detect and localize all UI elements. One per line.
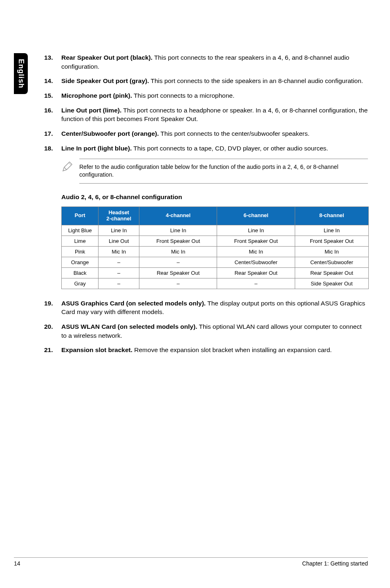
cell: Line Out (99, 236, 139, 246)
item-rest: Remove the expansion slot bracket when i… (132, 346, 332, 353)
list-item: 17.Center/Subwoofer port (orange). This … (44, 129, 368, 138)
page-footer: 14 Chapter 1: Getting started (14, 557, 368, 567)
cell: Lime (62, 236, 99, 246)
cell: Mic In (99, 246, 139, 257)
item-body: ASUS WLAN Card (on selected models only)… (61, 322, 368, 340)
note-block: Refer to the audio configuration table b… (61, 159, 368, 184)
item-bold: Expansion slot bracket. (61, 346, 132, 353)
cell: Front Speaker Out (139, 236, 217, 246)
item-rest: This port connects to the center/subwoof… (159, 130, 309, 137)
list-block-2: 19.ASUS Graphics Card (on selected model… (44, 299, 368, 355)
th-4ch: 4-channel (139, 206, 217, 225)
cell: Rear Speaker Out (139, 267, 217, 278)
item-body: Microphone port (pink). This port connec… (61, 91, 368, 100)
item-body: ASUS Graphics Card (on selected models o… (61, 299, 368, 316)
list-item: 18.Line In port (light blue). This port … (44, 144, 368, 153)
cell: Line In (295, 225, 368, 236)
item-number: 15. (44, 91, 61, 100)
page-content: 13.Rear Speaker Out port (black). This p… (44, 53, 368, 360)
table-row: Black–Rear Speaker OutRear Speaker OutRe… (62, 267, 369, 278)
cell: Rear Speaker Out (217, 267, 295, 278)
item-bold: ASUS Graphics Card (on selected models o… (61, 300, 206, 307)
cell: – (99, 278, 139, 289)
svg-line-0 (64, 167, 67, 170)
list-item: 21.Expansion slot bracket. Remove the ex… (44, 346, 368, 355)
page-number: 14 (14, 560, 20, 567)
cell: – (139, 278, 217, 289)
list-item: 16.Line Out port (lime). This port conne… (44, 106, 368, 123)
item-number: 19. (44, 299, 61, 316)
chapter-title: Chapter 1: Getting started (302, 560, 368, 567)
item-rest: This port connects to a microphone. (132, 92, 234, 99)
audio-config-table: Port Headset 2-channel 4-channel 6-chann… (61, 206, 369, 289)
th-8ch: 8-channel (295, 206, 368, 225)
cell: Black (62, 267, 99, 278)
item-rest: This port connects to the side speakers … (149, 77, 363, 84)
item-bold: ASUS WLAN Card (on selected models only)… (61, 323, 197, 330)
table-row: Orange––Center/SubwooferCenter/Subwoofer (62, 257, 369, 267)
item-number: 14. (44, 76, 61, 85)
cell: Gray (62, 278, 99, 289)
cell: Mic In (217, 246, 295, 257)
list-item: 14.Side Speaker Out port (gray). This po… (44, 76, 368, 85)
cell: Line In (99, 225, 139, 236)
cell: Mic In (295, 246, 368, 257)
item-number: 17. (44, 129, 61, 138)
cell: Mic In (139, 246, 217, 257)
list-item: 19.ASUS Graphics Card (on selected model… (44, 299, 368, 316)
item-body: Expansion slot bracket. Remove the expan… (61, 346, 368, 355)
table-row: PinkMic InMic InMic InMic In (62, 246, 369, 257)
cell: Line In (217, 225, 295, 236)
item-body: Line In port (light blue). This port con… (61, 144, 368, 153)
item-body: Side Speaker Out port (gray). This port … (61, 76, 368, 85)
item-bold: Microphone port (pink). (61, 92, 132, 99)
item-number: 18. (44, 144, 61, 153)
item-number: 16. (44, 106, 61, 123)
item-number: 13. (44, 53, 61, 71)
cell: – (99, 267, 139, 278)
item-number: 21. (44, 346, 61, 355)
list-block-1: 13.Rear Speaker Out port (black). This p… (44, 53, 368, 153)
th-port: Port (62, 206, 99, 225)
table-heading: Audio 2, 4, 6, or 8-channel configuratio… (61, 193, 368, 201)
table-row: Gray–––Side Speaker Out (62, 278, 369, 289)
item-number: 20. (44, 322, 61, 340)
list-item: 20.ASUS WLAN Card (on selected models on… (44, 322, 368, 340)
cell: Light Blue (62, 225, 99, 236)
item-body: Rear Speaker Out port (black). This port… (61, 53, 368, 71)
cell: Center/Subwoofer (217, 257, 295, 267)
cell: Pink (62, 246, 99, 257)
cell: Center/Subwoofer (295, 257, 368, 267)
cell: Front Speaker Out (295, 236, 368, 246)
cell: Rear Speaker Out (295, 267, 368, 278)
cell: – (99, 257, 139, 267)
language-tab: English (14, 53, 28, 94)
item-body: Center/Subwoofer port (orange). This por… (61, 129, 368, 138)
th-6ch: 6-channel (217, 206, 295, 225)
item-bold: Line In port (light blue). (61, 145, 132, 152)
item-bold: Rear Speaker Out port (black). (61, 54, 152, 61)
cell: – (217, 278, 295, 289)
cell: Orange (62, 257, 99, 267)
item-body: Line Out port (lime). This port connects… (61, 106, 368, 123)
table-row: Light BlueLine InLine InLine InLine In (62, 225, 369, 236)
table-row: LimeLine OutFront Speaker OutFront Speak… (62, 236, 369, 246)
item-rest: This port connects to a tape, CD, DVD pl… (132, 145, 328, 152)
cell: Front Speaker Out (217, 236, 295, 246)
th-2ch: Headset 2-channel (99, 206, 139, 225)
pencil-note-icon (61, 159, 79, 184)
note-text: Refer to the audio configuration table b… (79, 159, 368, 184)
cell: Line In (139, 225, 217, 236)
list-item: 15.Microphone port (pink). This port con… (44, 91, 368, 100)
item-bold: Line Out port (lime). (61, 107, 121, 114)
item-bold: Center/Subwoofer port (orange). (61, 130, 159, 137)
cell: Side Speaker Out (295, 278, 368, 289)
item-bold: Side Speaker Out port (gray). (61, 77, 149, 84)
list-item: 13.Rear Speaker Out port (black). This p… (44, 53, 368, 71)
cell: – (139, 257, 217, 267)
